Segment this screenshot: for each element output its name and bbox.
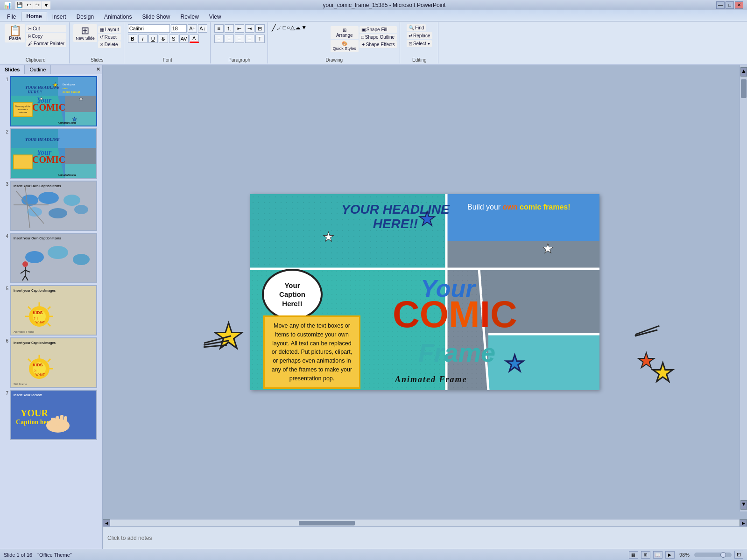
slides-panel-close[interactable]: ✕ bbox=[94, 65, 102, 74]
align-right-button[interactable]: ≡ bbox=[235, 35, 244, 43]
scroll-left-button[interactable]: ◀ bbox=[103, 519, 110, 527]
bold-button[interactable]: B bbox=[128, 35, 137, 43]
scroll-thumb-v[interactable] bbox=[741, 79, 747, 98]
build-text[interactable]: Build your own comic frames! bbox=[467, 202, 571, 213]
comic-text[interactable]: COMIC bbox=[393, 296, 517, 333]
tab-slideshow[interactable]: Slide Show bbox=[137, 12, 175, 21]
reading-view-button[interactable]: 📖 bbox=[653, 551, 662, 559]
shapes-rect[interactable]: □ bbox=[283, 24, 286, 32]
font-decrease-button[interactable]: A↓ bbox=[198, 24, 207, 33]
justify-button[interactable]: ≡ bbox=[245, 35, 254, 43]
list-item[interactable]: 4 Insert Your Own Caption Items bbox=[2, 233, 100, 283]
slideshow-button[interactable]: ▶ bbox=[665, 551, 675, 559]
underline-button[interactable]: U bbox=[148, 35, 158, 43]
list-item[interactable]: 3 Insert Your Own Caption Items bbox=[2, 181, 100, 231]
slide-thumbnail[interactable]: YOUR HEADLINE Your COMIC Frame Animated … bbox=[10, 128, 97, 179]
qat-dropdown-button[interactable]: ▼ bbox=[42, 1, 50, 9]
reset-button[interactable]: ↺ Reset bbox=[98, 34, 121, 41]
shapes-circle[interactable]: ○ bbox=[287, 24, 290, 32]
paste-button[interactable]: 📋 Paste bbox=[5, 24, 25, 42]
shape-outline-button[interactable]: □ Shape Outline bbox=[359, 34, 397, 41]
tab-review[interactable]: Review bbox=[175, 12, 204, 21]
list-item[interactable]: 7 Insert Your Ideas!! YOUR Caption here! bbox=[2, 390, 100, 440]
zoom-slider[interactable] bbox=[694, 553, 732, 557]
delete-button[interactable]: ✕ Delete bbox=[98, 41, 121, 48]
tab-insert[interactable]: Insert bbox=[47, 12, 71, 21]
slide-thumbnail[interactable]: Insert your Caption/Images KIDS ? ! WHAT bbox=[10, 285, 97, 336]
list-item[interactable]: 5 Insert your Caption/Images KIDS ? ! WH… bbox=[2, 285, 100, 336]
arrange-button[interactable]: ⊞ Arrange bbox=[331, 26, 359, 39]
align-center-button[interactable]: ≡ bbox=[225, 35, 234, 43]
slides-tab-outline[interactable]: Outline bbox=[25, 65, 51, 74]
slide-sorter-button[interactable]: ⊞ bbox=[641, 551, 650, 559]
maximize-button[interactable]: □ bbox=[726, 1, 734, 9]
font-size-input[interactable] bbox=[171, 24, 187, 33]
list-item[interactable]: 2 YOUR HEADLINE Your COMIC Frame bbox=[2, 128, 100, 179]
zoom-fit-button[interactable]: ⊡ bbox=[734, 551, 743, 559]
tab-file[interactable]: File bbox=[2, 12, 21, 21]
font-increase-button[interactable]: A↑ bbox=[188, 24, 197, 33]
indent-inc-button[interactable]: ⇥ bbox=[245, 24, 254, 33]
frame-text[interactable]: Frame bbox=[418, 338, 495, 368]
slide-thumbnail[interactable]: Insert Your Own Caption Items bbox=[10, 181, 97, 231]
save-qat-button[interactable]: 💾 bbox=[15, 1, 24, 9]
list-item[interactable]: 1 YOUR HEADLINE HERE!! Build your own bbox=[2, 76, 100, 126]
redo-qat-button[interactable]: ↪ bbox=[33, 1, 42, 9]
description-box[interactable]: Move any of the text boxes or items to c… bbox=[263, 315, 360, 389]
title-bar-left: 📊 💾 ↩ ↪ ▼ bbox=[4, 0, 52, 10]
tab-design[interactable]: Design bbox=[71, 12, 99, 21]
shapes-arrow[interactable]: △ bbox=[290, 24, 295, 32]
slide-thumbnail[interactable]: YOUR HEADLINE HERE!! Build your own comi… bbox=[10, 76, 97, 126]
shape-effects-button[interactable]: ✦ Shape Effects bbox=[359, 41, 397, 48]
char-spacing-button[interactable]: AV bbox=[179, 35, 189, 43]
shapes-line[interactable]: ⟋ bbox=[276, 24, 282, 32]
undo-qat-button[interactable]: ↩ bbox=[24, 1, 33, 9]
notes-area[interactable]: Click to add notes bbox=[103, 526, 747, 549]
tab-view[interactable]: View bbox=[204, 12, 226, 21]
scroll-thumb-h[interactable] bbox=[299, 521, 355, 525]
speech-bubble[interactable]: YourCaptionHere!! bbox=[262, 269, 323, 320]
italic-button[interactable]: I bbox=[138, 35, 148, 43]
quick-styles-button[interactable]: 🎨 Quick Styles bbox=[331, 40, 359, 52]
font-name-input[interactable] bbox=[128, 24, 170, 33]
format-painter-button[interactable]: 🖌 Format Painter bbox=[26, 40, 66, 47]
slides-tab-slides[interactable]: Slides bbox=[0, 65, 25, 74]
numbering-button[interactable]: ⒈ bbox=[225, 24, 234, 33]
scroll-up-button[interactable]: ▲ bbox=[740, 67, 747, 77]
shapes-more[interactable]: ▼ bbox=[301, 24, 307, 32]
horizontal-scrollbar[interactable]: ◀ ▶ bbox=[103, 519, 747, 526]
new-slide-button[interactable]: ⊞ New Slide bbox=[73, 24, 97, 42]
zoom-thumb[interactable] bbox=[720, 552, 726, 558]
scroll-down-button[interactable]: ▼ bbox=[740, 500, 747, 510]
shadow-button[interactable]: S bbox=[169, 35, 178, 43]
columns-button[interactable]: ⊟ bbox=[255, 24, 265, 33]
slide-canvas[interactable]: YOUR HEADLINE HERE!! Build your own comi… bbox=[250, 194, 599, 390]
notes-placeholder[interactable]: Click to add notes bbox=[107, 535, 152, 541]
bullets-button[interactable]: ≡ bbox=[214, 24, 224, 33]
align-left-button[interactable]: ≡ bbox=[214, 35, 224, 43]
text-direction-button[interactable]: T bbox=[255, 35, 265, 43]
tab-animations[interactable]: Animations bbox=[99, 12, 137, 21]
copy-button[interactable]: ⎘ Copy bbox=[26, 33, 66, 40]
shapes-picker[interactable]: ╱ bbox=[272, 24, 275, 32]
scroll-right-button[interactable]: ▶ bbox=[740, 519, 747, 527]
select-button[interactable]: ⊡ Select ▾ bbox=[407, 40, 432, 47]
strikethrough-button[interactable]: S̶ bbox=[159, 35, 168, 43]
replace-button[interactable]: ⇄ Replace bbox=[407, 32, 432, 39]
vertical-scrollbar[interactable]: ▲ ▼ bbox=[740, 65, 747, 511]
normal-view-button[interactable]: ▦ bbox=[629, 551, 638, 559]
slide-thumbnail[interactable]: Insert Your Own Caption Items bbox=[10, 233, 97, 283]
cut-button[interactable]: ✂ Cut bbox=[26, 25, 66, 32]
minimize-button[interactable]: — bbox=[716, 1, 725, 9]
indent-dec-button[interactable]: ⇤ bbox=[235, 24, 244, 33]
shape-fill-button[interactable]: ▣ Shape Fill bbox=[359, 26, 397, 33]
shapes-callout[interactable]: ☁ bbox=[295, 24, 301, 32]
layout-button[interactable]: ▦ Layout bbox=[98, 26, 121, 33]
slide-thumbnail[interactable]: Insert Your Ideas!! YOUR Caption here! bbox=[10, 390, 97, 440]
list-item[interactable]: 6 Insert your Caption/Images KIDS ?! WHA… bbox=[2, 337, 100, 388]
close-button[interactable]: ✕ bbox=[735, 1, 743, 9]
find-button[interactable]: 🔍 Find bbox=[407, 24, 426, 31]
font-color-button[interactable]: A bbox=[190, 35, 199, 43]
tab-home[interactable]: Home bbox=[21, 12, 47, 21]
slide-thumbnail[interactable]: Insert your Caption/Images KIDS ?! WHAT … bbox=[10, 337, 97, 388]
